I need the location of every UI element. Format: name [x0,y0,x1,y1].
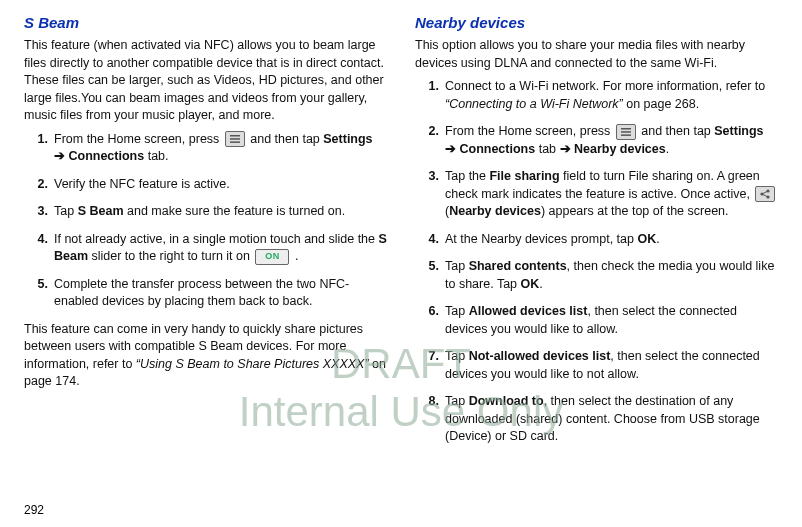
sbeam-outro: This feature can come in very handy to q… [24,321,387,391]
nearby-step8: 8. Tap Download to, then select the dest… [445,393,778,446]
sbeam-step3: 3. Tap S Beam and make sure the feature … [54,203,387,221]
right-column: Nearby devices This option allows you to… [415,12,778,456]
nearby-steps: 1. Connect to a Wi-Fi network. For more … [415,78,778,446]
sbeam-heading: S Beam [24,12,387,33]
nearby-intro: This option allows you to share your med… [415,37,778,72]
svg-line-10 [762,194,768,197]
nearby-heading: Nearby devices [415,12,778,33]
sbeam-step2: 2. Verify the NFC feature is active. [54,176,387,194]
nearby-step5: 5. Tap Shared contents, then check the m… [445,258,778,293]
on-toggle-icon: ON [255,249,289,265]
nearby-step3: 3. Tap the File sharing field to turn Fi… [445,168,778,221]
sbeam-steps: 1. From the Home screen, press and then … [24,131,387,311]
nearby-step6: 6. Tap Allowed devices list, then select… [445,303,778,338]
menu-icon [616,124,636,140]
svg-rect-5 [621,134,631,136]
sbeam-step4: 4. If not already active, in a single mo… [54,231,387,266]
svg-rect-0 [230,135,240,137]
svg-rect-1 [230,138,240,140]
svg-rect-4 [621,131,631,133]
two-column-layout: S Beam This feature (when activated via … [24,12,778,456]
menu-icon [225,131,245,147]
sbeam-step1: 1. From the Home screen, press and then … [54,131,387,166]
share-icon [755,186,775,202]
page-number: 292 [24,503,44,517]
sbeam-step5: 5. Complete the transfer process between… [54,276,387,311]
nearby-step1: 1. Connect to a Wi-Fi network. For more … [445,78,778,113]
sbeam-intro: This feature (when activated via NFC) al… [24,37,387,125]
nearby-step2: 2. From the Home screen, press and then … [445,123,778,158]
svg-rect-2 [230,142,240,144]
left-column: S Beam This feature (when activated via … [24,12,387,456]
nearby-step4: 4. At the Nearby devices prompt, tap OK. [445,231,778,249]
nearby-step7: 7. Tap Not-allowed devices list, then se… [445,348,778,383]
svg-line-9 [762,191,768,194]
svg-rect-3 [621,128,631,130]
